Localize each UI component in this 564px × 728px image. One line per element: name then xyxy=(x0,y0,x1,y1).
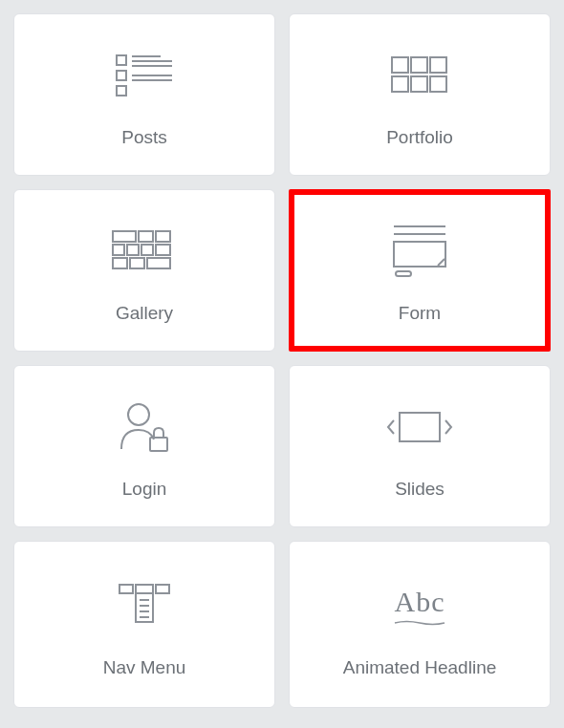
svg-rect-17 xyxy=(113,245,124,255)
gallery-icon xyxy=(111,217,178,286)
tile-gallery[interactable]: Gallery xyxy=(13,189,275,352)
svg-rect-20 xyxy=(156,245,170,255)
tile-nav-menu[interactable]: Nav Menu xyxy=(13,541,275,708)
svg-rect-31 xyxy=(400,413,440,441)
svg-rect-14 xyxy=(113,231,136,242)
tile-animated-headline[interactable]: Abc Animated Headline xyxy=(289,541,551,708)
svg-rect-28 xyxy=(396,271,411,276)
svg-rect-10 xyxy=(430,57,446,73)
form-icon xyxy=(390,217,449,286)
tile-label: Form xyxy=(399,303,441,324)
svg-rect-13 xyxy=(430,76,446,92)
tile-label: Login xyxy=(122,479,167,500)
svg-rect-26 xyxy=(394,242,445,267)
portfolio-icon xyxy=(390,41,449,110)
slides-icon xyxy=(386,393,453,461)
svg-rect-18 xyxy=(127,245,139,255)
tile-label: Animated Headline xyxy=(343,657,497,678)
svg-rect-19 xyxy=(141,245,153,255)
svg-rect-16 xyxy=(156,231,170,242)
tile-slides[interactable]: Slides xyxy=(289,365,551,527)
svg-rect-12 xyxy=(411,76,427,92)
svg-rect-22 xyxy=(130,258,144,268)
svg-rect-2 xyxy=(117,86,126,96)
svg-rect-8 xyxy=(392,57,408,73)
animated-headline-icon: Abc xyxy=(393,571,446,640)
widget-grid: Posts Portfolio xyxy=(0,0,564,721)
svg-rect-32 xyxy=(119,585,133,593)
tile-label: Portfolio xyxy=(386,127,453,148)
tile-portfolio[interactable]: Portfolio xyxy=(289,13,551,176)
svg-rect-21 xyxy=(113,258,127,268)
svg-rect-15 xyxy=(139,231,153,242)
svg-rect-11 xyxy=(392,76,408,92)
svg-rect-34 xyxy=(156,585,169,593)
svg-rect-1 xyxy=(117,71,126,80)
svg-line-27 xyxy=(438,259,445,266)
tile-label: Gallery xyxy=(116,303,173,324)
login-icon xyxy=(118,393,171,461)
tile-form[interactable]: Form xyxy=(289,189,551,352)
nav-menu-icon xyxy=(118,571,171,640)
tile-label: Nav Menu xyxy=(103,657,186,678)
svg-point-29 xyxy=(128,404,149,425)
svg-rect-0 xyxy=(117,55,126,65)
tile-label: Posts xyxy=(121,127,167,148)
svg-rect-23 xyxy=(147,258,170,268)
tile-label: Slides xyxy=(395,479,445,500)
tile-login[interactable]: Login xyxy=(13,365,275,527)
svg-rect-9 xyxy=(411,57,427,73)
tile-posts[interactable]: Posts xyxy=(13,13,275,176)
svg-rect-33 xyxy=(136,585,153,593)
posts-icon xyxy=(115,41,174,110)
svg-rect-30 xyxy=(150,438,167,451)
